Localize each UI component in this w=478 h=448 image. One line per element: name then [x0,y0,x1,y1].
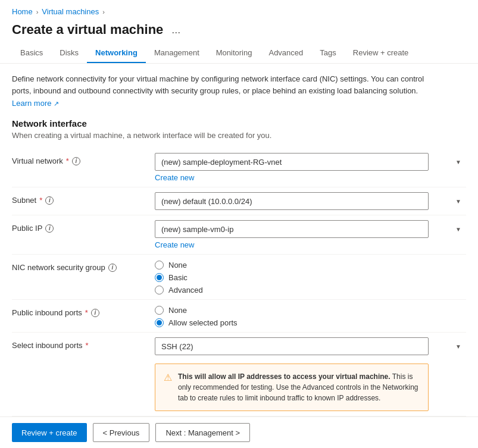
radio-nic-nsg-none[interactable]: None [155,261,466,270]
chevron-down-icon-select-inbound-ports: ▼ [455,343,461,350]
required-star-ports: * [85,308,88,317]
radio-ports-none[interactable]: None [155,306,466,315]
dropdown-virtual-network[interactable]: (new) sample-deployment-RG-vnet [155,153,429,171]
ellipsis-button[interactable]: ... [168,23,184,37]
tab-bar: Basics Disks Networking Management Monit… [0,43,478,64]
control-virtual-network: (new) sample-deployment-RG-vnet ▼ Create… [155,153,466,182]
label-public-ip: Public IP i [12,220,155,233]
section-desc-network-interface: When creating a virtual machine, a netwo… [12,131,466,140]
dropdown-wrap-subnet: (new) default (10.0.0.0/24) ▼ [155,192,466,210]
tab-disks[interactable]: Disks [51,43,87,63]
breadcrumb-separator1: › [36,8,39,15]
required-star-select-ports: * [86,341,89,350]
review-create-button[interactable]: Review + create [12,423,87,442]
create-new-public-ip[interactable]: Create new [155,240,466,249]
control-public-ip: (new) sample-vm0-ip ▼ Create new [155,220,466,249]
label-select-inbound-ports: Select inbound ports * [12,337,155,350]
external-link-icon: ↗ [54,100,59,107]
warning-icon: ⚠ [164,372,172,383]
previous-button[interactable]: < Previous [93,423,150,442]
description-body: Define network connectivity for your vir… [12,74,424,95]
info-icon-public-inbound-ports[interactable]: i [91,309,99,317]
control-subnet: (new) default (10.0.0.0/24) ▼ [155,192,466,210]
chevron-down-icon-subnet: ▼ [455,198,461,205]
form-row-nic-nsg: NIC network security group i None Basic … [12,255,466,300]
dropdown-wrap-select-inbound-ports: SSH (22) ▼ [155,337,466,355]
info-icon-virtual-network[interactable]: i [72,157,80,165]
form-row-select-inbound-ports: Select inbound ports * SSH (22) ▼ ⚠ This… [12,333,466,416]
warning-text-bold: This will allow all IP addresses to acce… [178,372,390,381]
chevron-down-icon-virtual-network: ▼ [455,159,461,165]
tab-tags[interactable]: Tags [311,43,344,63]
warning-text: This will allow all IP addresses to acce… [178,371,420,403]
form-row-public-inbound-ports: Public inbound ports * i None Allow sele… [12,300,466,333]
tab-monitoring[interactable]: Monitoring [208,43,261,63]
page-title-row: Create a virtual machine ... [0,20,478,37]
radio-ports-allow-selected[interactable]: Allow selected ports [155,318,466,327]
description-text: Define network connectivity for your vir… [12,73,440,96]
label-nic-nsg: NIC network security group i [12,259,155,272]
create-new-virtual-network[interactable]: Create new [155,173,466,182]
info-icon-subnet[interactable]: i [45,196,54,205]
form-row-virtual-network: Virtual network * i (new) sample-deploym… [12,148,466,187]
dropdown-subnet[interactable]: (new) default (10.0.0.0/24) [155,192,429,210]
label-public-inbound-ports: Public inbound ports * i [12,305,155,317]
section-title-network-interface: Network interface [12,118,466,129]
dropdown-wrap-virtual-network: (new) sample-deployment-RG-vnet ▼ [155,153,466,171]
tab-management[interactable]: Management [146,43,208,63]
info-icon-public-ip[interactable]: i [45,224,54,233]
learn-more-link[interactable]: Learn more ↗ [12,99,59,108]
dropdown-wrap-public-ip: (new) sample-vm0-ip ▼ [155,220,466,238]
breadcrumb-virtual-machines[interactable]: Virtual machines [42,7,99,16]
label-virtual-network: Virtual network * i [12,153,155,165]
tab-basics[interactable]: Basics [12,43,51,63]
dropdown-public-ip[interactable]: (new) sample-vm0-ip [155,220,429,238]
breadcrumb-home[interactable]: Home [12,7,33,16]
form-row-public-ip: Public IP i (new) sample-vm0-ip ▼ Create… [12,215,466,255]
breadcrumb: Home › Virtual machines › [0,0,478,20]
radio-nic-nsg-basic[interactable]: Basic [155,273,466,282]
next-button[interactable]: Next : Management > [155,423,250,442]
breadcrumb-separator2: › [102,8,105,15]
label-subnet: Subnet * i [12,192,155,205]
content-area: Define network connectivity for your vir… [0,64,478,426]
bottom-bar: Review + create < Previous Next : Manage… [0,416,478,448]
radio-group-public-inbound-ports: None Allow selected ports [155,305,466,327]
control-public-inbound-ports: None Allow selected ports [155,305,466,327]
info-icon-nic-nsg[interactable]: i [108,264,117,272]
radio-group-nic-nsg: None Basic Advanced [155,259,466,295]
radio-nic-nsg-advanced[interactable]: Advanced [155,286,466,295]
tab-advanced[interactable]: Advanced [260,43,311,63]
required-star-subnet: * [39,196,42,205]
required-star: * [66,156,69,165]
page-title: Create a virtual machine [12,22,163,37]
form-row-subnet: Subnet * i (new) default (10.0.0.0/24) ▼ [12,187,466,215]
tab-review-create[interactable]: Review + create [345,43,417,63]
control-select-inbound-ports: SSH (22) ▼ ⚠ This will allow all IP addr… [155,337,466,411]
warning-box: ⚠ This will allow all IP addresses to ac… [155,364,429,411]
chevron-down-icon-public-ip: ▼ [455,226,461,233]
control-nic-nsg: None Basic Advanced [155,259,466,295]
dropdown-select-inbound-ports[interactable]: SSH (22) [155,337,429,355]
tab-networking[interactable]: Networking [87,43,146,63]
